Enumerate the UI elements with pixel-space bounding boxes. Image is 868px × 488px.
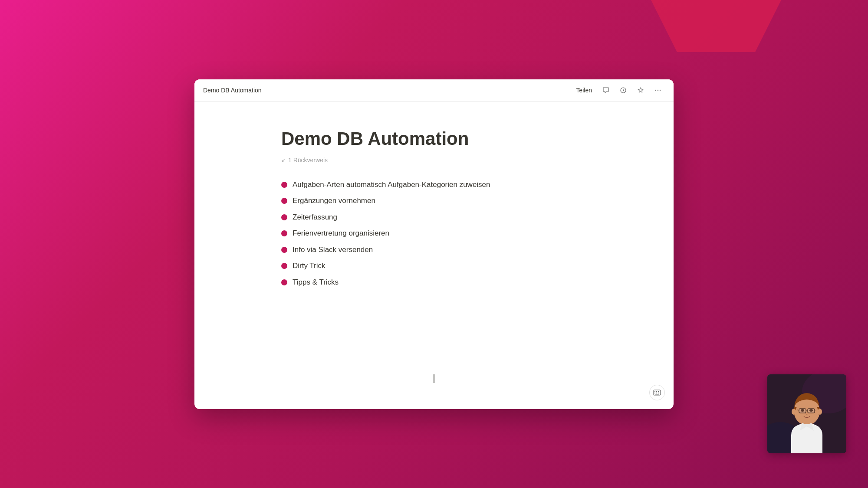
bullet-item: Ergänzungen vornehmen bbox=[281, 193, 639, 208]
backlink-icon: ↙ bbox=[281, 157, 286, 163]
bullet-item: Aufgaben-Arten automatisch Aufgaben-Kate… bbox=[281, 177, 639, 192]
bullet-text: Ferienvertretung organisieren bbox=[293, 228, 389, 239]
star-button[interactable] bbox=[634, 83, 648, 97]
bullet-item: Zeiterfassung bbox=[281, 210, 639, 225]
history-icon bbox=[620, 87, 627, 94]
page-title-bar: Demo DB Automation bbox=[203, 87, 262, 94]
bullet-dot bbox=[281, 230, 287, 236]
star-icon bbox=[637, 87, 644, 94]
svg-point-25 bbox=[818, 409, 822, 415]
text-cursor bbox=[434, 374, 434, 383]
content-area: Demo DB Automation ↙ 1 Rückverweis Aufga… bbox=[194, 102, 674, 409]
svg-rect-7 bbox=[658, 391, 659, 392]
bullet-text: Zeiterfassung bbox=[293, 212, 337, 223]
bullet-list: Aufgaben-Arten automatisch Aufgaben-Kate… bbox=[281, 177, 639, 290]
keyboard-icon bbox=[653, 390, 661, 396]
title-bar-left: Demo DB Automation bbox=[203, 87, 262, 94]
bullet-item: Info via Slack versenden bbox=[281, 242, 639, 257]
bullet-text: Ergänzungen vornehmen bbox=[293, 195, 375, 206]
backlink-label: 1 Rückverweis bbox=[288, 157, 328, 164]
svg-point-22 bbox=[801, 409, 804, 412]
notion-window: Demo DB Automation Teilen bbox=[194, 79, 674, 409]
comment-button[interactable] bbox=[599, 83, 613, 97]
svg-point-23 bbox=[809, 409, 813, 412]
svg-point-3 bbox=[660, 90, 661, 91]
bullet-text: Info via Slack versenden bbox=[293, 244, 373, 255]
svg-rect-9 bbox=[656, 393, 657, 393]
bullet-dot bbox=[281, 198, 287, 204]
more-button[interactable] bbox=[651, 83, 665, 97]
bullet-dot bbox=[281, 279, 287, 285]
svg-rect-11 bbox=[655, 394, 659, 395]
bullet-item: Tipps & Tricks bbox=[281, 275, 639, 290]
keyboard-icon-button[interactable] bbox=[649, 385, 665, 400]
bullet-dot bbox=[281, 182, 287, 188]
bullet-dot bbox=[281, 263, 287, 269]
bullet-dot bbox=[281, 214, 287, 220]
svg-point-1 bbox=[655, 90, 656, 91]
bullet-item: Ferienvertretung organisieren bbox=[281, 226, 639, 241]
history-button[interactable] bbox=[616, 83, 630, 97]
bullet-dot bbox=[281, 247, 287, 253]
comment-icon bbox=[602, 87, 609, 94]
bullet-text: Dirty Trick bbox=[293, 260, 326, 272]
bullet-text: Tipps & Tricks bbox=[293, 277, 339, 288]
person-svg bbox=[767, 374, 846, 453]
video-person bbox=[767, 374, 846, 453]
page-main-title: Demo DB Automation bbox=[281, 128, 639, 150]
title-bar-right: Teilen bbox=[572, 83, 665, 97]
bullet-text: Aufgaben-Arten automatisch Aufgaben-Kate… bbox=[293, 179, 490, 190]
title-bar: Demo DB Automation Teilen bbox=[194, 79, 674, 102]
more-icon bbox=[654, 87, 661, 94]
video-overlay bbox=[767, 374, 846, 453]
svg-point-2 bbox=[658, 90, 658, 91]
svg-point-24 bbox=[792, 409, 796, 415]
backlink-row[interactable]: ↙ 1 Rückverweis bbox=[281, 157, 639, 164]
svg-rect-6 bbox=[656, 391, 657, 392]
svg-rect-8 bbox=[654, 393, 655, 393]
bullet-item: Dirty Trick bbox=[281, 259, 639, 273]
svg-rect-5 bbox=[654, 391, 655, 392]
share-button[interactable]: Teilen bbox=[572, 85, 595, 95]
svg-rect-10 bbox=[658, 393, 659, 393]
